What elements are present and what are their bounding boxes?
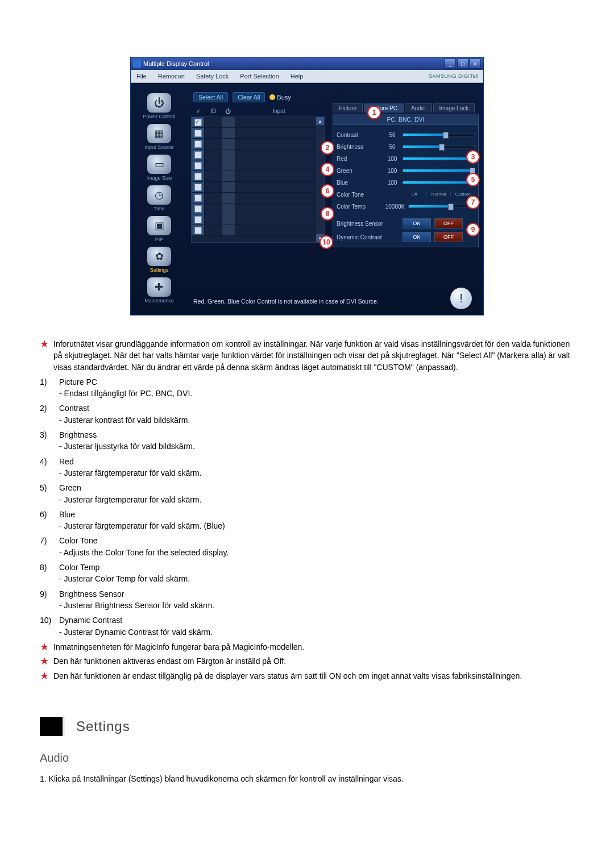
note-text: Inmatningsenheten för MagicInfo fungerar…: [53, 641, 304, 654]
sidebar-item-power-control[interactable]: ⏻ Power Control: [143, 93, 175, 119]
maximize-button[interactable]: □: [457, 59, 468, 69]
slider-color-tone[interactable]: Off Normal Custom: [403, 192, 475, 197]
grid-scrollbar[interactable]: ▲ ▼: [316, 117, 324, 242]
row-checkbox[interactable]: [192, 182, 205, 192]
tab-audio[interactable]: Audio: [405, 103, 432, 113]
close-button[interactable]: ×: [470, 59, 481, 69]
slider-green[interactable]: [403, 169, 475, 172]
label-color-tone: Color Tone: [337, 192, 382, 198]
slider-contrast[interactable]: [403, 133, 475, 136]
row-checkbox[interactable]: [192, 149, 205, 160]
row-checkbox[interactable]: [192, 214, 205, 225]
star-icon: ★: [40, 338, 49, 373]
sidebar-item-maintenance[interactable]: ✚ Maintenance: [144, 277, 174, 304]
tab-picture[interactable]: Picture: [333, 103, 363, 113]
row-color-temp: Color Temp 10000K: [337, 201, 475, 212]
row-input: [235, 182, 316, 192]
row-checkbox[interactable]: [192, 128, 205, 138]
table-row[interactable]: [192, 214, 316, 225]
item-number: 8): [40, 562, 59, 585]
item-number: 3): [40, 429, 59, 452]
item-number: 7): [40, 535, 59, 558]
list-item: 8)Color Temp- Justerar Color Temp för va…: [40, 562, 574, 585]
table-row[interactable]: [192, 117, 316, 128]
scroll-up-icon[interactable]: ▲: [316, 117, 324, 125]
table-row[interactable]: [192, 171, 316, 182]
note-text: Den här funktionen aktiveras endast om F…: [53, 655, 286, 668]
row-checkbox[interactable]: [192, 139, 205, 149]
item-number: 2): [40, 402, 59, 426]
menu-port-selection[interactable]: Port Selection: [234, 73, 284, 80]
table-row[interactable]: [192, 203, 316, 214]
row-power: [222, 193, 235, 203]
value-contrast: 56: [382, 132, 403, 138]
list-item: 4)Red- Justerar färgtemperatur för vald …: [40, 456, 574, 479]
slider-brightness[interactable]: [403, 145, 475, 148]
callout-2: 2: [321, 141, 334, 155]
section-heading: Settings: [40, 717, 574, 737]
star-icon: ★: [40, 655, 49, 668]
row-power: [222, 128, 235, 138]
brightness-sensor-off-button[interactable]: OFF: [434, 218, 463, 229]
slider-color-temp[interactable]: [408, 205, 475, 208]
minimize-button[interactable]: _: [445, 59, 456, 69]
table-row[interactable]: [192, 128, 316, 139]
row-checkbox[interactable]: [192, 171, 205, 181]
row-checkbox[interactable]: [192, 117, 205, 127]
slider-red[interactable]: [403, 157, 475, 160]
brightness-sensor-on-button[interactable]: ON: [403, 218, 431, 229]
row-checkbox[interactable]: [192, 225, 205, 235]
col-power: ⏻: [222, 108, 234, 114]
callout-10: 10: [320, 235, 333, 249]
ct-normal[interactable]: Normal: [427, 192, 451, 197]
sidebar-label-settings: Settings: [147, 267, 171, 273]
sidebar-item-settings[interactable]: ✿ Settings: [147, 247, 171, 273]
sidebar-item-image-size[interactable]: ▭ Image Size: [146, 155, 172, 181]
slider-blue[interactable]: [403, 181, 475, 184]
row-green: Green 100: [337, 165, 475, 176]
clear-all-button[interactable]: Clear All: [233, 92, 265, 102]
sidebar-item-input-source[interactable]: ▦ Input Source: [144, 124, 173, 150]
table-row[interactable]: [192, 149, 316, 160]
table-row[interactable]: [192, 182, 316, 193]
list-item: 6)Blue- Justerar färgtemperatur för vald…: [40, 509, 574, 532]
value-blue: 100: [382, 180, 403, 186]
tab-image-lock[interactable]: Image Lock: [433, 103, 475, 113]
list-item: 5)Green- Justerar färgtemperatur för val…: [40, 482, 574, 505]
row-input: [235, 128, 316, 138]
sidebar-item-pip[interactable]: ▣ PIP: [147, 216, 171, 242]
row-checkbox[interactable]: [192, 193, 205, 203]
menu-help[interactable]: Help: [285, 73, 309, 80]
row-red: Red 100: [337, 153, 475, 164]
grid-body: ▲ ▼: [191, 117, 325, 243]
menu-file[interactable]: File: [131, 73, 152, 80]
label-color-temp: Color Temp: [337, 203, 382, 210]
sidebar-item-time[interactable]: ◷ Time: [147, 185, 171, 211]
table-row[interactable]: [192, 139, 316, 149]
dynamic-contrast-on-button[interactable]: ON: [403, 232, 431, 242]
menu-safety-lock[interactable]: Safety Lock: [190, 73, 234, 80]
item-desc: - Justerar färgtemperatur för vald skärm…: [59, 494, 202, 505]
row-brightness-sensor: Brightness Sensor ON OFF: [337, 217, 475, 230]
row-checkbox[interactable]: [192, 160, 205, 171]
row-id: [205, 193, 222, 203]
row-id: [205, 214, 222, 225]
ct-off[interactable]: Off: [403, 192, 427, 197]
dynamic-contrast-off-button[interactable]: OFF: [434, 232, 463, 242]
row-id: [205, 149, 222, 160]
note-item: ★Den här funktionen aktiveras endast om …: [40, 655, 574, 668]
row-input: [235, 160, 316, 171]
table-row[interactable]: [192, 225, 316, 236]
table-row[interactable]: [192, 193, 316, 203]
row-input: [235, 171, 316, 181]
warning-icon: !: [450, 288, 472, 309]
callout-6: 6: [321, 184, 334, 198]
select-all-button[interactable]: Select All: [193, 92, 228, 102]
row-checkbox[interactable]: [192, 203, 205, 214]
input-source-icon: ▦: [147, 124, 171, 143]
menu-remocon[interactable]: Remocon: [152, 73, 190, 80]
item-desc: - Justerar Color Temp för vald skärm.: [59, 573, 190, 584]
star-icon: ★: [40, 670, 49, 683]
table-row[interactable]: [192, 160, 316, 171]
row-input: [235, 193, 316, 203]
